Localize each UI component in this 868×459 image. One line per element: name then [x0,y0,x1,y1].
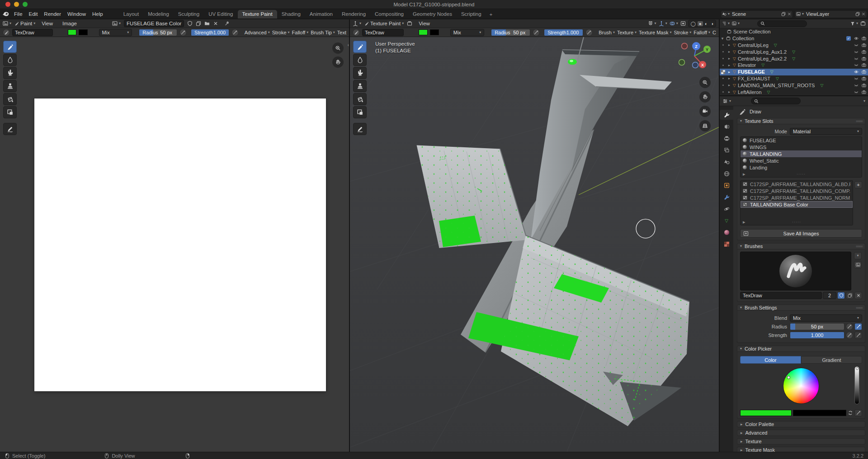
strength-pressure-icon[interactable] [231,29,239,36]
collection-checkbox[interactable]: ✓ [846,36,851,41]
brush-users-count[interactable]: 2 [823,292,836,299]
advanced-panel-collapsed[interactable]: ▸Advanced [737,430,865,436]
viewport-ortho-button[interactable] [699,120,711,131]
tool-smear[interactable] [3,67,17,79]
navigation-gizmo[interactable]: Z Y X [677,40,713,73]
menu-view[interactable]: View [38,21,56,26]
tab-modeling[interactable]: Modeling [143,10,174,19]
unlink-image-icon[interactable] [213,21,218,26]
zoom-tool-button[interactable] [332,42,344,54]
tab-scripting[interactable]: Scripting [457,10,486,19]
tool-soften[interactable] [353,54,367,66]
blend-mode-dropdown[interactable]: Mix▾ [450,29,484,36]
camera-toggle-icon[interactable] [862,76,866,81]
radius-falloff-button[interactable] [846,323,853,330]
outliner-object-row[interactable]: ▸ ▽ LeftAileron ▽ [720,89,868,95]
texture-row[interactable]: C172SP_AIRFRAME_TAILLANDING_NORM.PNG.png [741,194,853,201]
scene-selector[interactable]: ▾ Scene [721,10,793,18]
tab-modifiers[interactable] [720,192,733,202]
tab-rendering[interactable]: Rendering [337,10,370,19]
tab-output[interactable] [720,133,733,143]
brushes-panel-header[interactable]: ▾Brushes══ [737,243,865,249]
viewport-camera-button[interactable] [699,106,711,117]
eye-closed-icon[interactable] [854,43,859,47]
editor-type-button[interactable]: ▾ [3,21,11,26]
menu-image[interactable]: Image [59,21,80,26]
view-layer-selector[interactable]: ▾ ViewLayer [795,10,867,18]
secondary-color-swatch[interactable] [79,29,87,35]
outliner-row-scene-collection[interactable]: Scene Collection [720,28,868,35]
editor-type-button[interactable]: ▾ [353,21,361,26]
blend-dropdown[interactable]: Mix▾ [790,314,862,322]
material-row[interactable]: Landing [741,164,862,171]
tab-object[interactable] [720,180,733,190]
close-window-button[interactable] [5,2,10,7]
axis-neg-y[interactable] [679,60,685,66]
new-view-layer-icon[interactable] [855,12,860,16]
eye-closed-icon[interactable] [854,83,859,88]
eye-closed-icon[interactable] [854,76,859,81]
texture-row-active[interactable]: TAILLANDING Base Color [741,201,853,208]
falloff-menu[interactable]: Falloff▾ [693,30,710,35]
delete-view-layer-icon[interactable] [861,12,866,16]
texture-row[interactable]: C172SP_AIRFRAME_TAILLANDING_ALBD.PNG.png [741,181,853,187]
camera-toggle-icon[interactable] [862,83,866,88]
duplicate-image-icon[interactable] [196,21,201,26]
camera-toggle-icon[interactable] [862,50,866,54]
tool-clone[interactable] [3,80,17,92]
pan-tool-button[interactable] [332,56,344,68]
texture-panel-collapsed[interactable]: ▸Texture [737,438,865,445]
radius-pressure-icon[interactable] [533,29,540,36]
brush-menu[interactable]: Brush▾ [599,30,615,35]
fake-user-shield-icon[interactable] [187,21,193,26]
outliner-object-row-active[interactable]: ▸ ▽ FUSELAGE ▽ [720,69,868,75]
list-expand-row[interactable]: ▸····· [741,219,853,225]
brush-image-button[interactable] [854,261,862,268]
strength-pressure-button[interactable] [854,332,862,339]
expand-arrow-icon[interactable]: ▸ [727,83,731,87]
save-all-images-button[interactable]: Save All Images [740,229,862,238]
strength-slider[interactable]: Strength 1.000 [544,29,583,36]
eye-open-icon[interactable] [854,36,859,41]
new-collection-icon[interactable] [860,21,866,26]
eye-open-icon[interactable] [854,70,859,74]
scene-browse-icon[interactable] [722,12,726,16]
value-slider-cursor[interactable] [856,367,859,370]
view-layer-name[interactable]: ViewLayer [805,11,854,17]
new-scene-icon[interactable] [781,12,786,16]
tab-scene[interactable] [720,157,733,167]
add-workspace-button[interactable]: + [486,10,496,19]
pin-icon[interactable] [224,21,230,26]
stroke-menu[interactable]: Stroke▾ [272,30,290,35]
outliner-object-row[interactable]: ▸ ▽ CentralUpLeg_Aux2.2 ▽ [720,55,868,62]
radius-slider[interactable]: Radius 50 px [491,29,530,36]
list-expand-row[interactable]: ▸····· [741,171,862,177]
menu-render[interactable]: Render [41,9,64,19]
tool-mask[interactable] [353,106,367,118]
unlink-brush-button[interactable] [854,292,862,299]
add-texture-slot-button[interactable]: + [854,181,862,188]
overlays-dropdown[interactable]: ▾ [670,21,678,26]
tool-soften[interactable] [3,54,17,66]
expand-arrow-icon[interactable]: ▸ [727,63,731,67]
outliner-filter-mode[interactable]: ▾ [732,21,740,26]
view-layer-browse-icon[interactable] [796,12,801,16]
texture-mask-menu[interactable]: Texture Mask▾ [639,30,671,35]
tab-physics[interactable] [720,204,733,214]
eye-closed-icon[interactable] [854,50,859,54]
cursor-menu-cut[interactable]: C [712,30,716,35]
advanced-menu[interactable]: Advanced▾ [245,30,270,35]
material-row[interactable]: WINGS [741,144,862,150]
tab-texture[interactable] [720,239,733,249]
camera-toggle-icon[interactable] [862,63,866,67]
texture-slots-panel-header[interactable]: ▾Texture Slots══ [737,118,865,124]
background-color-swatch[interactable] [793,410,846,416]
tab-layout[interactable]: Layout [119,10,144,19]
axis-neg-x[interactable] [682,43,688,49]
tab-texture-paint[interactable]: Texture Paint [238,10,277,19]
interaction-mode-dropdown[interactable]: Texture Paint▾ [364,21,404,26]
object-name[interactable]: FUSELAGE [738,69,765,75]
brush-name-field[interactable]: TexDraw [362,29,404,36]
tab-render[interactable] [720,122,733,131]
object-name[interactable]: Elevator [738,62,756,68]
